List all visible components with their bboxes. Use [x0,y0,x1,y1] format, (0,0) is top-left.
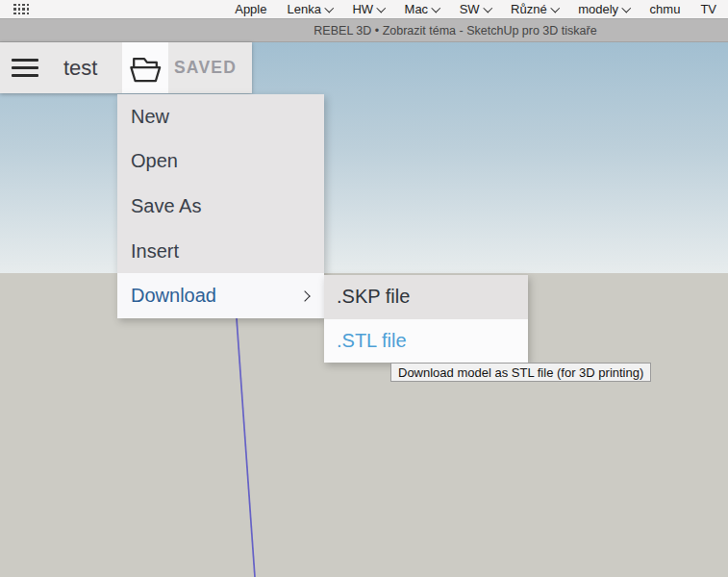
bookmark-sw[interactable]: SW [460,2,490,16]
submenu-item-stl-file[interactable]: .STL file [324,319,528,364]
chevron-down-icon [550,3,559,12]
bookmark-label: Různé [511,2,547,16]
tab-title: REBEL 3D • Zobrazit téma - SketchUp pro … [314,24,596,38]
bookmark-label: TV [700,2,716,16]
app-toolbar: test SAVED [0,42,252,93]
menu-item-download[interactable]: Download [117,273,324,318]
chevron-down-icon [483,3,491,12]
stl-tooltip: Download model as STL file (for 3D print… [390,363,651,382]
file-menu-button[interactable] [122,42,168,93]
menu-item-label: Open [131,150,178,172]
tooltip-text: Download model as STL file (for 3D print… [398,365,643,380]
submenu-item-label: .SKP file [337,286,410,308]
menu-item-open[interactable]: Open [117,139,324,185]
chevron-down-icon [432,3,440,12]
chevron-down-icon [377,3,386,12]
bookmark-hw[interactable]: HW [352,2,384,16]
bookmark-lenka[interactable]: Lenka [287,2,332,16]
menu-item-save-as[interactable]: Save As [117,184,324,229]
submenu-item-skp-file[interactable]: .SKP file [324,275,528,319]
bookmarks-bar: Apple Lenka HW Mac SW Různé modely chmu … [0,0,728,19]
chevron-right-icon [299,290,310,301]
submenu-item-label: .STL file [337,330,407,352]
bookmark-label: Mac [405,2,429,16]
bookmark-modely[interactable]: modely [578,2,629,16]
hamburger-menu-icon[interactable] [12,59,38,77]
menu-item-label: New [131,106,169,128]
chevron-down-icon [325,3,334,12]
bookmark-label: modely [578,2,618,16]
bookmark-label: chmu [650,2,681,16]
bookmark-label: HW [352,2,373,16]
tab-title-bar[interactable]: REBEL 3D • Zobrazit téma - SketchUp pro … [0,19,728,42]
menu-item-label: Download [131,285,216,307]
bookmark-label: Apple [235,2,266,16]
bookmark-mac[interactable]: Mac [405,2,439,16]
bookmark-chmu[interactable]: chmu [650,2,681,16]
bookmark-ruzne[interactable]: Různé [511,2,558,16]
bookmark-label: SW [460,2,480,16]
menu-item-label: Save As [131,195,201,217]
model-title[interactable]: test [63,42,97,93]
file-menu-dropdown: New Open Save As Insert Download [117,94,324,318]
menu-item-label: Insert [131,240,179,263]
apps-grid-icon[interactable] [13,4,29,15]
bookmark-label: Lenka [287,2,320,16]
download-submenu: .SKP file .STL file [324,275,528,363]
save-status-badge: SAVED [174,42,237,93]
chevron-down-icon [622,3,631,12]
bookmark-apple[interactable]: Apple [235,2,266,16]
menu-item-insert[interactable]: Insert [117,229,324,274]
folder-icon [127,52,163,85]
menu-item-new[interactable]: New [117,94,324,139]
bookmark-tv[interactable]: TV [700,2,716,16]
